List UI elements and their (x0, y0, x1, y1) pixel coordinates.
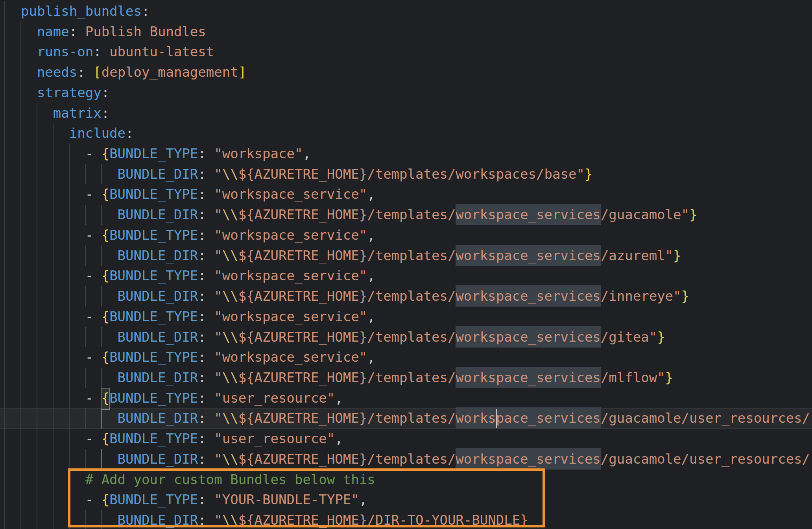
token-s: "workspace_service" (214, 227, 367, 243)
indent-guide (53, 470, 54, 490)
token-s: " (214, 370, 222, 385)
code-line[interactable]: BUNDLE_DIR: "\\${AZURETRE_HOME}/template… (0, 164, 812, 185)
code-line[interactable]: - {BUNDLE_TYPE: "workspace", (0, 144, 812, 164)
token-p: , (359, 492, 367, 507)
code-line[interactable]: matrix: (0, 103, 812, 124)
code-line[interactable]: BUNDLE_DIR: "\\${AZURETRE_HOME}/template… (0, 327, 812, 348)
code-line[interactable]: BUNDLE_DIR: "\\${AZURETRE_HOME}/DIR-TO-Y… (0, 510, 812, 529)
indent-guide (85, 246, 86, 266)
token-p: : (77, 64, 93, 80)
token-p: - (85, 268, 102, 283)
code-line[interactable]: - {BUNDLE_TYPE: "YOUR-BUNDLE-TYPE", (0, 490, 812, 510)
indent-guide (69, 429, 70, 449)
indent-guide (53, 144, 54, 164)
code-line-current[interactable]: BUNDLE_DIR: "\\${AZURETRE_HOME}/template… (0, 408, 812, 429)
token-s: "YOUR-BUNDLE-TYPE" (214, 492, 359, 507)
code-line[interactable]: - {BUNDLE_TYPE: "user_resource", (0, 429, 812, 449)
code-text: - {BUNDLE_TYPE: "YOUR-BUNDLE-TYPE", (0, 490, 367, 510)
token-e: \\ (222, 166, 238, 182)
code-line[interactable]: include: (0, 123, 812, 144)
indent-guide (53, 164, 54, 185)
indent-guide (69, 470, 70, 490)
code-line[interactable]: - {BUNDLE_TYPE: "workspace_service", (0, 184, 812, 205)
token-p: : (198, 227, 214, 243)
indent-guide (20, 327, 21, 348)
code-line[interactable]: - {BUNDLE_TYPE: "user_resource", (0, 388, 812, 409)
code-text: include: (0, 123, 134, 144)
yaml-code-editor[interactable]: publish_bundles: name: Publish Bundles r… (0, 0, 812, 529)
indent-guide (20, 83, 21, 103)
token-e: \\ (222, 207, 238, 222)
token-p: : (198, 451, 214, 467)
code-line[interactable]: - {BUNDLE_TYPE: "workspace_service", (0, 307, 812, 327)
indent-guide (4, 123, 5, 144)
code-line[interactable]: BUNDLE_DIR: "\\${AZURETRE_HOME}/template… (0, 246, 812, 266)
token-p: , (303, 146, 310, 161)
code-line[interactable]: BUNDLE_DIR: "\\${AZURETRE_HOME}/template… (0, 449, 812, 470)
indent-guide (4, 246, 5, 266)
indent-guide (37, 307, 37, 327)
token-s: " (214, 166, 222, 182)
indent-guide (4, 388, 5, 409)
indent-guide (20, 22, 21, 42)
indent-guide (53, 266, 54, 286)
code-line[interactable]: BUNDLE_DIR: "\\${AZURETRE_HOME}/template… (0, 205, 812, 225)
code-text: BUNDLE_DIR: "\\${AZURETRE_HOME}/template… (0, 164, 592, 185)
code-line[interactable]: publish_bundles: (0, 1, 812, 22)
indent-guide (69, 388, 70, 409)
token-p: , (367, 309, 375, 324)
indent-guide (53, 307, 54, 327)
code-line[interactable]: # Add your custom Bundles below this (0, 470, 812, 490)
token-p: - (85, 146, 102, 161)
token-s: " (214, 207, 222, 222)
indent-guide (4, 470, 5, 490)
token-b: { (102, 186, 109, 202)
code-line[interactable]: runs-on: ubuntu-latest (0, 42, 812, 62)
indent-guide (69, 449, 70, 470)
token-s: "user_resource" (214, 431, 335, 446)
token-p: , (367, 227, 375, 243)
token-b: { (102, 309, 109, 324)
code-line[interactable]: - {BUNDLE_TYPE: "workspace_service", (0, 266, 812, 286)
word-occurrence-highlight: workspace_services (456, 245, 600, 266)
token-b: } (681, 288, 689, 304)
code-line[interactable]: needs: [deploy_management] (0, 62, 812, 83)
token-b: [ (93, 64, 101, 80)
token-p: : (198, 288, 214, 304)
code-line[interactable]: BUNDLE_DIR: "\\${AZURETRE_HOME}/template… (0, 286, 812, 307)
indent-guide (69, 368, 70, 388)
indent-guide (101, 246, 102, 266)
text-cursor (496, 409, 497, 428)
code-text: # Add your custom Bundles below this (0, 470, 375, 490)
code-line[interactable]: BUNDLE_DIR: "\\${AZURETRE_HOME}/template… (0, 368, 812, 388)
token-s: " (214, 288, 222, 304)
token-b: } (585, 166, 592, 182)
code-text: publish_bundles: (0, 1, 149, 22)
token-k: runs-on (37, 44, 93, 59)
code-line[interactable]: strategy: (0, 83, 812, 103)
word-occurrence-highlight: workspace_services (456, 204, 600, 225)
token-k: BUNDLE_TYPE (109, 186, 198, 202)
token-s: "workspace_service" (214, 309, 367, 324)
indent-guide (20, 123, 21, 144)
indent-guide (37, 368, 37, 388)
token-s: " (214, 512, 222, 528)
token-p: : (198, 186, 214, 202)
code-line[interactable]: name: Publish Bundles (0, 22, 812, 42)
token-s: /innereye" (601, 288, 681, 304)
code-text: name: Publish Bundles (0, 22, 206, 42)
indent-guide (85, 286, 86, 307)
code-line[interactable]: - {BUNDLE_TYPE: "workspace_service", (0, 225, 812, 246)
indent-guide (53, 184, 54, 205)
indent-guide (20, 42, 21, 62)
token-s: /guacamole" (601, 207, 689, 222)
indent-guide (85, 510, 86, 529)
token-s: ubuntu-latest (109, 44, 214, 59)
indent-guide (4, 490, 5, 510)
token-p: - (85, 186, 102, 202)
indent-guide (85, 205, 86, 225)
code-text: needs: [deploy_management] (0, 62, 246, 83)
token-k: include (69, 125, 125, 141)
code-line[interactable]: - {BUNDLE_TYPE: "workspace_service", (0, 347, 812, 368)
token-p: , (367, 349, 375, 365)
